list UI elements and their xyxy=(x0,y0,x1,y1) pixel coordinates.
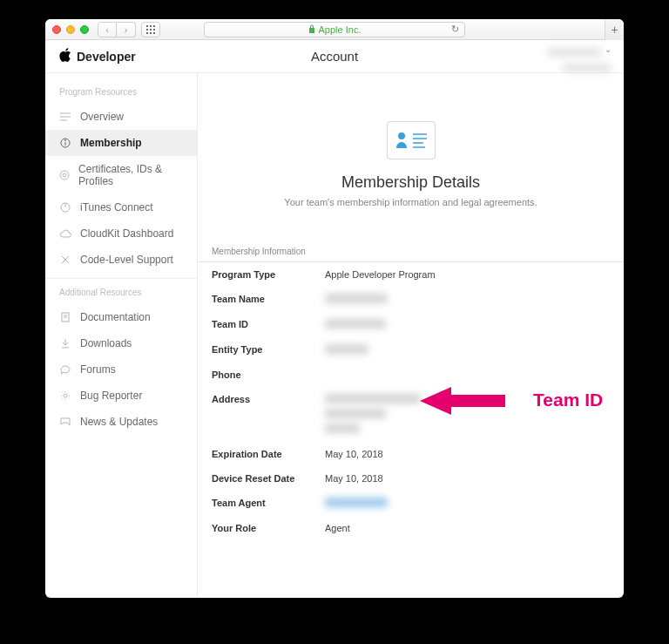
detail-row: Address xyxy=(198,387,624,442)
hero: Membership Details Your team's membershi… xyxy=(198,73,624,229)
svg-rect-4 xyxy=(150,29,152,31)
window-controls xyxy=(52,25,89,34)
detail-key: Address xyxy=(212,394,325,404)
detail-row: Your RoleAgent xyxy=(198,516,624,540)
sidebar-item-label: Membership xyxy=(80,137,142,149)
sidebar-item-label: News & Updates xyxy=(80,416,158,428)
power-icon xyxy=(59,202,71,213)
zoom-window-button[interactable] xyxy=(80,25,89,34)
sidebar-heading: Program Resources xyxy=(45,84,197,104)
reload-icon[interactable]: ↻ xyxy=(451,24,459,35)
sidebar-item-bug-reporter[interactable]: Bug Reporter xyxy=(45,383,197,409)
membership-details-table: Program TypeApple Developer ProgramTeam … xyxy=(198,261,624,540)
back-button[interactable]: ‹ xyxy=(98,22,117,37)
minimize-window-button[interactable] xyxy=(66,25,75,34)
main-content: Membership Details Your team's membershi… xyxy=(198,73,624,598)
titlebar: ‹ › Apple Inc. ↻ + xyxy=(45,19,624,40)
sidebar-heading: Additional Resources xyxy=(45,284,197,304)
hero-subtitle: Your team's membership information and l… xyxy=(198,197,624,207)
sidebar-item-code-level-support[interactable]: Code-Level Support xyxy=(45,247,197,273)
sidebar-item-overview[interactable]: Overview xyxy=(45,104,197,130)
sidebar: Program Resources OverviewMembershipCert… xyxy=(45,73,198,598)
page-title: Account xyxy=(311,49,358,64)
detail-row: Program TypeApple Developer Program xyxy=(198,262,624,287)
svg-rect-6 xyxy=(146,32,148,34)
section-label: Membership Information xyxy=(198,247,624,261)
svg-point-14 xyxy=(65,140,66,141)
brand-label: Developer xyxy=(77,50,136,64)
svg-rect-3 xyxy=(146,29,148,31)
svg-rect-5 xyxy=(153,29,155,31)
detail-key: Team Agent xyxy=(212,498,325,508)
detail-value: Apple Developer Program xyxy=(325,269,436,280)
detail-value xyxy=(325,294,388,305)
sidebar-item-certificates-ids-profiles[interactable]: Certificates, IDs & Profiles xyxy=(45,156,197,194)
detail-key: Entity Type xyxy=(212,344,325,355)
svg-rect-2 xyxy=(153,25,155,27)
hero-title: Membership Details xyxy=(198,173,624,192)
close-window-button[interactable] xyxy=(52,25,61,34)
sidebar-item-documentation[interactable]: Documentation xyxy=(45,304,197,330)
cloud-icon xyxy=(59,229,71,238)
sidebar-divider xyxy=(45,278,197,279)
info-icon xyxy=(59,138,71,148)
download-icon xyxy=(59,338,71,349)
svg-point-26 xyxy=(64,394,67,397)
sidebar-item-itunes-connect[interactable]: iTunes Connect xyxy=(45,194,197,220)
sidebar-item-label: CloudKit Dashboard xyxy=(80,227,173,240)
sidebar-item-label: Downloads xyxy=(80,337,132,349)
detail-key: Program Type xyxy=(212,269,325,280)
chevron-down-icon: ⌄ xyxy=(605,44,612,54)
detail-value xyxy=(325,319,386,330)
view-grid-button[interactable] xyxy=(141,22,160,37)
detail-key: Phone xyxy=(212,369,325,380)
account-menu[interactable]: ⌄ xyxy=(547,44,612,76)
sidebar-item-label: Forums xyxy=(80,363,116,376)
svg-rect-7 xyxy=(150,32,152,34)
apple-icon xyxy=(59,48,71,64)
header: Developer Account ⌄ xyxy=(45,40,624,73)
sidebar-item-label: Bug Reporter xyxy=(80,390,142,402)
detail-key: Your Role xyxy=(212,523,325,533)
detail-key: Expiration Date xyxy=(212,449,325,459)
chat-icon xyxy=(59,365,71,375)
svg-point-15 xyxy=(60,171,69,180)
tools-icon xyxy=(59,254,71,265)
detail-value: May 10, 2018 xyxy=(325,449,383,459)
sidebar-item-label: iTunes Connect xyxy=(80,201,153,214)
detail-row: Expiration DateMay 10, 2018 xyxy=(198,442,624,466)
detail-value xyxy=(325,498,388,509)
detail-key: Team ID xyxy=(212,319,325,329)
detail-key: Team Name xyxy=(212,294,325,304)
list-icon xyxy=(59,112,71,121)
membership-card-icon xyxy=(387,121,436,159)
sidebar-item-downloads[interactable]: Downloads xyxy=(45,330,197,356)
detail-row: Entity Type xyxy=(198,337,624,363)
sidebar-item-cloudkit-dashboard[interactable]: CloudKit Dashboard xyxy=(45,220,197,247)
svg-point-16 xyxy=(63,173,66,177)
sidebar-item-membership[interactable]: Membership xyxy=(45,130,197,156)
svg-rect-8 xyxy=(153,32,155,34)
detail-row: Phone xyxy=(198,363,624,387)
sidebar-item-forums[interactable]: Forums xyxy=(45,356,197,383)
detail-value: Agent xyxy=(325,523,350,533)
detail-row: Team Name xyxy=(198,287,624,312)
news-icon xyxy=(59,417,71,426)
detail-value xyxy=(325,344,368,356)
brand[interactable]: Developer xyxy=(59,48,136,64)
sidebar-item-label: Code-Level Support xyxy=(80,254,173,266)
sidebar-item-label: Overview xyxy=(80,111,124,123)
forward-button[interactable]: › xyxy=(117,22,136,37)
doc-icon xyxy=(59,312,71,322)
sidebar-item-news-updates[interactable]: News & Updates xyxy=(45,409,197,435)
svg-rect-0 xyxy=(146,25,148,27)
sidebar-item-label: Documentation xyxy=(80,311,151,323)
badge-icon xyxy=(59,170,70,180)
detail-value: May 10, 2018 xyxy=(325,473,383,484)
new-tab-button[interactable]: + xyxy=(605,19,624,40)
sidebar-item-label: Certificates, IDs & Profiles xyxy=(78,163,183,187)
detail-row: Team ID xyxy=(198,312,624,337)
address-bar[interactable]: Apple Inc. ↻ xyxy=(204,22,465,37)
svg-rect-1 xyxy=(150,25,152,27)
address-label: Apple Inc. xyxy=(319,24,362,35)
